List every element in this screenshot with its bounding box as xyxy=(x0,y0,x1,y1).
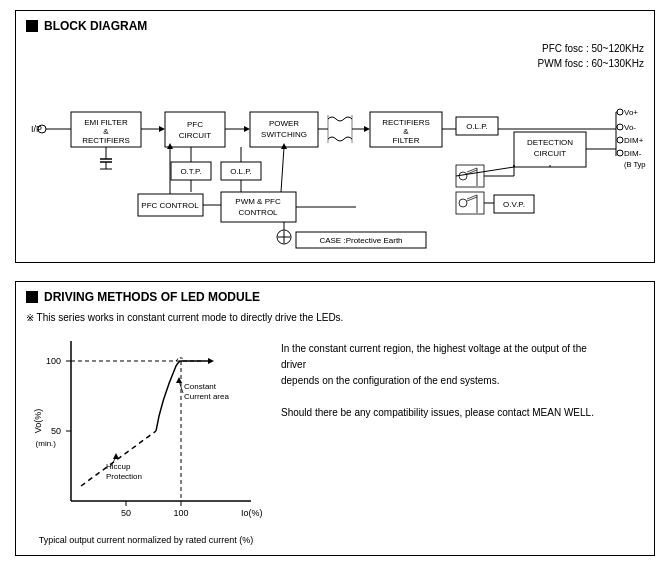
svg-rect-2 xyxy=(71,112,141,147)
svg-rect-26 xyxy=(370,112,442,147)
svg-text:DIM-: DIM- xyxy=(624,149,642,158)
svg-line-70 xyxy=(467,170,477,174)
svg-rect-72 xyxy=(456,192,484,214)
svg-text:100: 100 xyxy=(173,508,188,518)
svg-text:Protection: Protection xyxy=(106,472,142,481)
svg-point-68 xyxy=(459,172,467,180)
svg-marker-111 xyxy=(208,358,214,364)
svg-text:O.V.P.: O.V.P. xyxy=(503,200,525,209)
pfc-note: PFC fosc : 50~120KHz PWM fosc : 60~130KH… xyxy=(26,41,644,71)
svg-text:O.L.P.: O.L.P. xyxy=(230,167,252,176)
svg-text:Constant: Constant xyxy=(184,382,217,391)
driving-content: 100 50 (min.) Vo(%) 50 100 Io(%) xyxy=(26,331,644,545)
svg-text:RECTIFIERS: RECTIFIERS xyxy=(382,118,430,127)
svg-rect-67 xyxy=(456,165,484,187)
svg-text:Current area: Current area xyxy=(184,392,229,401)
svg-rect-44 xyxy=(514,132,586,167)
diagram-svg: EMI FILTER & RECTIFIERS PFC CIRCUIT POWE… xyxy=(26,77,646,252)
svg-text:&: & xyxy=(103,127,109,136)
svg-text:PFC: PFC xyxy=(187,120,203,129)
svg-marker-61 xyxy=(281,143,287,149)
svg-text:Io(%): Io(%) xyxy=(241,508,263,518)
svg-rect-51 xyxy=(221,162,261,180)
chart-svg: 100 50 (min.) Vo(%) 50 100 Io(%) xyxy=(26,331,266,531)
pfc-note-line1: PFC fosc : 50~120KHz xyxy=(26,41,644,56)
block-diagram-section: BLOCK DIAGRAM PFC fosc : 50~120KHz PWM f… xyxy=(15,10,655,263)
svg-rect-18 xyxy=(250,112,318,147)
svg-line-69 xyxy=(467,168,477,172)
svg-text:Vo+: Vo+ xyxy=(624,108,638,117)
driving-desc-line2: depends on the configuration of the end … xyxy=(281,373,611,389)
svg-rect-91 xyxy=(296,232,426,248)
diagram-container: EMI FILTER & RECTIFIERS PFC CIRCUIT POWE… xyxy=(26,77,646,252)
svg-text:DIM+: DIM+ xyxy=(624,136,644,145)
svg-text:DETECTION: DETECTION xyxy=(527,138,573,147)
driving-methods-title: DRIVING METHODS OF LED MODULE xyxy=(44,290,260,304)
svg-marker-25 xyxy=(364,126,370,132)
svg-point-39 xyxy=(617,137,623,143)
svg-text:FILTER: FILTER xyxy=(393,136,420,145)
svg-marker-119 xyxy=(113,453,119,459)
block-diagram-title: BLOCK DIAGRAM xyxy=(44,19,147,33)
svg-text:&: & xyxy=(403,127,409,136)
svg-text:Vo(%): Vo(%) xyxy=(33,409,43,434)
driving-description: In the constant current region, the high… xyxy=(281,331,611,545)
svg-text:Vo-: Vo- xyxy=(624,123,636,132)
svg-point-0 xyxy=(38,125,46,133)
driving-note-text: ※ This series works in constant current … xyxy=(26,312,343,323)
header-square-icon xyxy=(26,20,38,32)
block-diagram-header: BLOCK DIAGRAM xyxy=(26,19,644,33)
svg-point-73 xyxy=(459,199,467,207)
svg-point-33 xyxy=(617,109,623,115)
svg-text:100: 100 xyxy=(46,356,61,366)
chart-area: 100 50 (min.) Vo(%) 50 100 Io(%) xyxy=(26,331,266,531)
svg-line-85 xyxy=(456,167,514,176)
svg-point-36 xyxy=(617,124,623,130)
svg-rect-62 xyxy=(138,194,203,216)
svg-text:SWITCHING: SWITCHING xyxy=(261,130,307,139)
svg-text:CIRCUIT: CIRCUIT xyxy=(179,131,212,140)
svg-text:CONTROL: CONTROL xyxy=(238,208,278,217)
svg-text:Hiccup: Hiccup xyxy=(106,462,131,471)
driving-desc-line1: In the constant current region, the high… xyxy=(281,341,611,373)
svg-text:(B Type): (B Type) xyxy=(624,160,646,169)
svg-text:50: 50 xyxy=(51,426,61,436)
svg-rect-57 xyxy=(221,192,296,222)
driving-methods-header: DRIVING METHODS OF LED MODULE xyxy=(26,290,644,304)
driving-note: ※ This series works in constant current … xyxy=(26,312,644,323)
svg-text:O.L.P.: O.L.P. xyxy=(466,122,488,131)
chart-wrapper: 100 50 (min.) Vo(%) 50 100 Io(%) xyxy=(26,331,266,545)
svg-rect-49 xyxy=(171,162,211,180)
svg-text:50: 50 xyxy=(121,508,131,518)
svg-text:O.T.P.: O.T.P. xyxy=(180,167,201,176)
svg-line-74 xyxy=(467,195,477,199)
svg-line-60 xyxy=(281,147,284,192)
svg-text:CIRCUIT: CIRCUIT xyxy=(534,149,567,158)
svg-marker-17 xyxy=(244,126,250,132)
svg-marker-66 xyxy=(167,143,173,149)
svg-rect-31 xyxy=(456,117,498,135)
svg-text:PWM & PFC: PWM & PFC xyxy=(235,197,281,206)
chart-caption: Typical output current normalized by rat… xyxy=(26,535,266,545)
svg-line-75 xyxy=(467,197,477,201)
svg-text:(min.): (min.) xyxy=(36,439,57,448)
driving-methods-section: DRIVING METHODS OF LED MODULE ※ This ser… xyxy=(15,281,655,556)
svg-point-88 xyxy=(277,230,291,244)
svg-rect-13 xyxy=(165,112,225,147)
svg-marker-12 xyxy=(159,126,165,132)
svg-point-41 xyxy=(617,150,623,156)
header-square-icon2 xyxy=(26,291,38,303)
pfc-note-line2: PWM fosc : 60~130KHz xyxy=(26,56,644,71)
driving-desc-line3: Should there be any compatibility issues… xyxy=(281,405,611,421)
svg-text:PFC CONTROL: PFC CONTROL xyxy=(141,201,199,210)
svg-text:CASE :Protective Earth: CASE :Protective Earth xyxy=(319,236,402,245)
svg-text:EMI FILTER: EMI FILTER xyxy=(84,118,128,127)
svg-text:I/P: I/P xyxy=(31,124,42,134)
svg-text:RECTIFIERS: RECTIFIERS xyxy=(82,136,130,145)
svg-rect-77 xyxy=(494,195,534,213)
svg-text:POWER: POWER xyxy=(269,119,299,128)
